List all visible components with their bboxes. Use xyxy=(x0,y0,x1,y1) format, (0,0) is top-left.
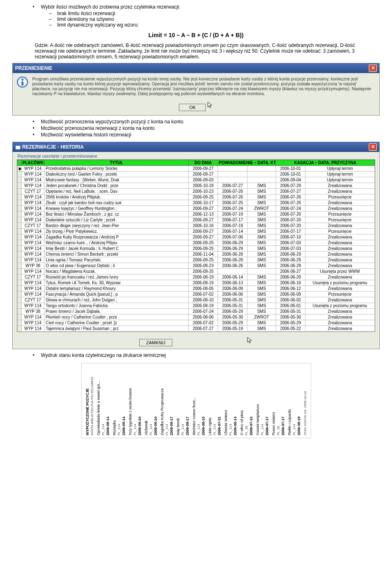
table-row[interactable]: CZYT 17Opętanie./ reż. Neil LaBute. ; sc… xyxy=(18,189,375,194)
table-row[interactable]: WYP 114Tango ortodonto / Joanna Fabicka.… xyxy=(18,303,375,309)
bullet-list: Możliwość przenoszenia wypożyczonych poz… xyxy=(33,119,380,138)
bullet-list: Wydruk stanu konta czytelniczego na druk… xyxy=(33,352,380,358)
cursor-icon xyxy=(207,102,213,110)
table-row[interactable]: WYP 114Diaboliczny lord / Gaelen Foley ;… xyxy=(18,172,375,177)
bullet-item: Możliwość wyświetlenia historii rezerwac… xyxy=(33,132,380,138)
col-until[interactable]: DO DNIA xyxy=(188,160,218,166)
dialog-titlebar: REZERWACJE - HISTORIA ✕ xyxy=(13,142,379,152)
table-row[interactable]: WYP 114Nocarz / Magdalena Kozak.2006-09-… xyxy=(18,269,375,274)
table-row[interactable]: WYP 114Chemia śmierci / Simon Beckett ; … xyxy=(18,252,375,257)
receipt-item: Zagadka Kuby RozpruwaczaPL_1142006-08-17 xyxy=(160,366,174,435)
table-row[interactable]: WYP 38Prawo śmierci / Jacek Dąbała.2006-… xyxy=(18,309,375,314)
table-row[interactable]: WYP 114Tytus, Romek i A`Tomek. Ks. 30, W… xyxy=(18,280,375,286)
col-title[interactable]: TYTUŁ xyxy=(45,160,189,166)
table-row[interactable]: CZYT 17Rozwód po francusku / reż. James … xyxy=(18,274,375,280)
svg-rect-4 xyxy=(16,145,20,146)
table-row[interactable]: WYP 114Zły brzeg / Piotr Patykiewicz.200… xyxy=(18,229,375,234)
receipt-item: Weźmisz czarno kure...PL_1142006-08-15 xyxy=(192,366,206,435)
receipt-footer: STAN KONTA NA: 2006-10-10 xyxy=(303,366,307,435)
dialog-title: REZERWACJE - HISTORIA xyxy=(22,144,84,150)
table-row[interactable]: WYP 38O włos od piwa / Eugeniusz Dębski … xyxy=(18,263,375,269)
data-grid[interactable]: PLACÓWKA TYTUŁ DO DNIA POWIADOMIENIE – D… xyxy=(17,159,375,332)
window-icon xyxy=(15,144,21,150)
header-row: PLACÓWKA TYTUŁ DO DNIA POWIADOMIENIE – D… xyxy=(18,160,375,166)
history-dialog: REZERWACJE - HISTORIA ✕ Rezerwacje usuni… xyxy=(12,142,380,349)
receipt-item: Opowiadania letnie a nawet gor...PL_1142… xyxy=(96,366,110,435)
col-branch[interactable]: PLACÓWKA xyxy=(22,160,45,166)
sub-bullet: limit dynamiczny wyliczany wg wzoru: xyxy=(49,22,380,28)
receipt-item: Chemia śmierciPL_1142006-08-14 xyxy=(223,366,238,435)
col-deletion[interactable]: KASACJA – DATA, PRZYCZYNA xyxy=(276,160,374,166)
svg-rect-1 xyxy=(21,81,23,86)
dialog-titlebar: PRZENIESIENIE ✕ xyxy=(13,63,379,73)
table-row[interactable]: WYP 114Zbuki : czyli jak bardzo boli nas… xyxy=(18,200,375,206)
table-row[interactable]: WYP 114Płomień nocy / Catherine Coulter … xyxy=(18,314,375,320)
sub-bullet: brak limitu ilości rezerwacji xyxy=(49,11,380,16)
table-row[interactable]: WYP 114Krwawy księżyc / Geoffrey Hunting… xyxy=(18,206,375,212)
table-row[interactable]: WYP 114Ostatni templariusz / Raymond Kho… xyxy=(18,286,375,292)
dialog-message: Program umożliwia przeniesienie wypożycz… xyxy=(32,76,375,96)
bullet-list: Wybór ilości możliwych do zrobienia prze… xyxy=(33,4,380,28)
receipt-item: Prawo śmierciPL_382006-07-17 xyxy=(271,366,285,435)
ok-button[interactable]: OK xyxy=(179,104,206,111)
description-paragraph: Gdzie: A-ilość nie odebranych zamówień, … xyxy=(35,42,372,60)
receipt-item: Ostatni templariuszPL_1142006-07-17 xyxy=(255,366,270,435)
document-page: Wybór ilości możliwych do zrobienia prze… xyxy=(0,0,392,447)
info-icon xyxy=(17,76,28,88)
receipt-item: WysepkaPL_1142006-08-14 xyxy=(112,366,126,435)
close-button[interactable]: ZAMKNIJ xyxy=(139,339,172,346)
table-row[interactable]: WYP 114Diabelskie sztuczki / Liz Carlyle… xyxy=(18,217,375,223)
table-row[interactable]: CZYT 17Bardzo długie zaręczyny / reż. Je… xyxy=(18,223,375,229)
receipt-item: Imię BestiiPL_1142006-08-17 xyxy=(176,366,190,435)
receipt-item: Linia ogniaPL_1142006-07-31 xyxy=(207,366,222,435)
close-icon[interactable]: ✕ xyxy=(369,65,377,72)
table-row[interactable]: WYP 114Weźmisz czarno kure... / Andrzej … xyxy=(18,240,375,246)
sub-bullet: limit określony na sztywno xyxy=(49,16,380,22)
table-row[interactable]: WYP 114Bez litości / Miroslav Žamboch ; … xyxy=(18,212,375,217)
bullet-item: Możliwość przenoszenia wypożyczonych poz… xyxy=(33,119,380,125)
table-row[interactable]: CZYT 17Głowa w chmurach / reż. John Duig… xyxy=(18,297,375,303)
receipt-image: WYPOŻYCZONE POZYCJEKARTA BIBLIOTECZNA PI… xyxy=(12,363,380,438)
table-row[interactable]: WYP 1142586 kroków / Andrzej Pilipiuk.20… xyxy=(18,194,375,200)
receipt-item: Trzy tygodnie z moim bratemPL_1142006-08… xyxy=(128,366,142,435)
bullet-item: Możliwość przenoszenia rezerwacji z kont… xyxy=(33,125,380,131)
table-row[interactable]: WYP 114Tajemnica świątyni / Paul Sussman… xyxy=(18,326,375,332)
cursor-icon xyxy=(247,337,253,345)
table-row[interactable]: WYP 114Imię Bestii / Jacek Komuda ; il. … xyxy=(18,246,375,252)
transfer-dialog: PRZENIESIENIE ✕ Program umożliwia przeni… xyxy=(12,63,380,116)
group-label: Rezerwacje usunięte i przeterminowane xyxy=(18,154,379,158)
table-row[interactable]: WYP 114Zagadka Kuby Rozpruwacza / Andrze… xyxy=(18,234,375,240)
table-row[interactable]: WYP 114Jeden pocałunek / Christina Dodd … xyxy=(18,183,375,189)
bullet-item: Wybór ilości możliwych do zrobienia prze… xyxy=(33,4,380,28)
close-icon[interactable]: ✕ xyxy=(369,143,377,151)
formula-text: Limit = 10 – A – B + (C / (D + A + B)) xyxy=(12,32,380,38)
receipt-item: AlchemikPL_1142006-08-24 xyxy=(144,366,158,435)
receipt-item: O włos od piwaPL_382006-07-12 xyxy=(239,366,254,435)
table-row[interactable]: ▶WYP 114Przedostatnia pułapka / Lemony S… xyxy=(18,166,375,172)
dialog-title: PRZENIESIENIE xyxy=(15,65,52,71)
col-notification[interactable]: POWIADOMIENIE – DATA, KTO xyxy=(218,160,276,166)
receipt-item: Piekło i szpardaPL_1142006-08-19 xyxy=(287,366,301,435)
table-row[interactable]: WYP 114Fascynacja / Amanda Quick [pseud.… xyxy=(18,292,375,297)
table-row[interactable]: WYP 114Mistrzowie fantasy : [Weber, Wurs… xyxy=(18,177,375,183)
table-row[interactable]: WYP 114Cień nocy / Catherine Coulter ; p… xyxy=(18,320,375,326)
bullet-item: Wydruk stanu konta czytelniczego na druk… xyxy=(33,352,380,358)
table-row[interactable]: WYP 114Linia ognia / Tomasz Pacyński.200… xyxy=(18,257,375,263)
svg-point-2 xyxy=(21,78,23,80)
receipt-header: WYPOŻYCZONE POZYCJEKARTA BIBLIOTECZNA PI… xyxy=(85,366,94,435)
